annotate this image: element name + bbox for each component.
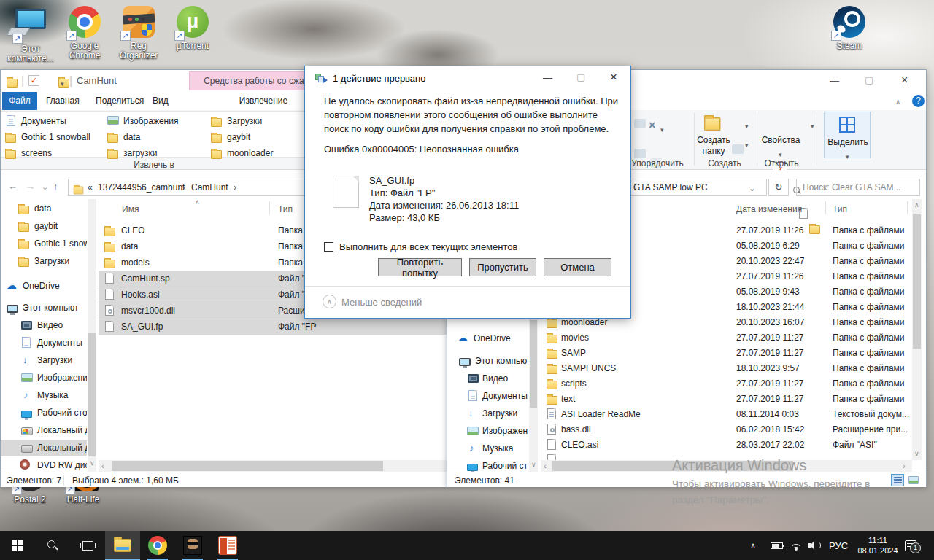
nav-item-data[interactable]: data xyxy=(1,201,87,217)
network-indicator[interactable] xyxy=(790,541,802,551)
taskbar-gta-button[interactable] xyxy=(175,531,210,560)
cancel-button[interactable]: Отмена xyxy=(544,258,611,276)
help-icon[interactable] xyxy=(912,95,925,107)
recent-locations-icon[interactable] xyxy=(42,182,48,191)
nav-item-desktop[interactable]: Рабочий сто xyxy=(447,459,528,472)
skip-button[interactable]: Пропустить xyxy=(469,258,536,276)
extract-target[interactable]: gaybit xyxy=(211,131,306,144)
taskbar-explorer-button[interactable] xyxy=(105,531,140,560)
task-view-button[interactable] xyxy=(70,531,105,560)
file-row[interactable]: ASI Loader ReadMe08.11.2014 0:03Текстовы… xyxy=(542,407,911,422)
column-type[interactable]: Тип xyxy=(833,204,847,214)
desktop-icon-steam[interactable]: Steam xyxy=(823,6,876,51)
extract-target[interactable]: Изображения xyxy=(107,115,206,128)
new-folder-icon[interactable] xyxy=(704,114,723,129)
scrollbar-thumb[interactable] xyxy=(88,332,96,456)
nav-item-music[interactable]: Музыка xyxy=(1,388,87,404)
new-item-icon[interactable] xyxy=(732,144,744,154)
nav-item-downloads[interactable]: Загрузки xyxy=(447,406,528,422)
qat-customize-icon[interactable] xyxy=(61,77,64,88)
search-box[interactable]: Поиск: Clear GTA SAM... xyxy=(796,179,920,196)
refresh-button[interactable] xyxy=(768,179,789,196)
up-icon[interactable] xyxy=(53,182,58,191)
forward-icon[interactable] xyxy=(26,182,35,191)
vertical-scrollbar[interactable] xyxy=(912,199,922,460)
scrollbar-thumb[interactable] xyxy=(913,214,921,349)
desktop-icon-chrome[interactable]: Google Chrome xyxy=(58,6,111,61)
battery-indicator[interactable] xyxy=(771,531,783,560)
extract-target[interactable]: Загрузки xyxy=(211,115,306,128)
maximize-icon[interactable] xyxy=(865,75,873,85)
horizontal-scrollbar[interactable] xyxy=(99,460,447,472)
file-row[interactable]: bass.dll06.02.2018 15:42Расширение при..… xyxy=(542,422,911,438)
new-folder-button[interactable]: Создать xyxy=(695,135,732,145)
desktop-icon-reg-organizer[interactable]: Reg Organizer xyxy=(112,6,165,61)
retry-button[interactable]: Повторить попытку xyxy=(378,258,462,276)
scroll-left-icon[interactable] xyxy=(101,462,104,470)
select-button[interactable]: Выделить xyxy=(824,112,871,158)
extract-target[interactable]: screens xyxy=(5,147,104,160)
extract-target[interactable]: Документы xyxy=(5,115,104,128)
volume-indicator[interactable] xyxy=(808,531,820,560)
nav-item-dvd[interactable]: DVD RW дис xyxy=(1,458,87,472)
file-row[interactable]: SAMP27.07.2019 11:27Папка с файлами xyxy=(542,346,911,361)
nav-scrollbar[interactable] xyxy=(88,199,96,472)
tab-home[interactable]: Главная xyxy=(46,96,80,106)
file-row[interactable]: scripts27.07.2019 11:27Папка с файлами xyxy=(542,376,911,392)
apply-to-all-checkbox[interactable] xyxy=(324,242,333,252)
back-icon[interactable] xyxy=(8,182,18,191)
desktop-icon-this-pc[interactable]: Этот компьюте... xyxy=(4,6,57,63)
nav-item-onedrive[interactable]: OneDrive xyxy=(447,331,528,347)
column-name[interactable]: Имя xyxy=(122,204,139,214)
nav-item-local-disk-d[interactable]: Локальный д xyxy=(1,440,87,456)
extract-target[interactable]: moonloader xyxy=(211,147,306,160)
breadcrumb[interactable]: 1372444956_camhunt xyxy=(98,182,185,192)
details-view-button[interactable] xyxy=(891,474,904,486)
nav-item-downloads-folder[interactable]: Загрузки xyxy=(1,254,87,270)
action-center-button[interactable]: 1 xyxy=(905,531,916,560)
column-date[interactable]: Дата изменения xyxy=(736,204,802,214)
minimize-icon[interactable] xyxy=(543,73,552,82)
extract-target[interactable]: Gothic 1 snowball xyxy=(5,131,104,144)
tab-view[interactable]: Вид xyxy=(153,96,169,106)
file-row[interactable]: CLEO.asi28.03.2017 22:02Файл "ASI" xyxy=(542,438,911,453)
scroll-down-icon[interactable] xyxy=(90,460,95,467)
quick-access-check-icon[interactable]: ✓ xyxy=(28,75,39,86)
address-dropdown-icon[interactable] xyxy=(749,183,755,192)
copy-to-icon[interactable] xyxy=(634,149,646,158)
properties-button[interactable]: Свойства xyxy=(758,135,803,145)
nav-item-gothic[interactable]: Gothic 1 snow xyxy=(1,236,87,252)
nav-item-documents[interactable]: Документы xyxy=(447,389,528,405)
search-icon[interactable] xyxy=(792,186,801,195)
extract-target[interactable]: загрузки xyxy=(107,147,206,160)
nav-item-videos[interactable]: Видео xyxy=(1,318,87,334)
overflow-icon[interactable] xyxy=(88,182,93,192)
nav-item-downloads[interactable]: Загрузки xyxy=(1,353,87,369)
scroll-down-icon[interactable] xyxy=(531,462,536,468)
nav-item-videos[interactable]: Видео xyxy=(447,371,528,387)
desktop-icon-utorrent[interactable]: µTorrent xyxy=(166,6,219,51)
tab-extract[interactable]: Извлечение xyxy=(220,96,307,106)
file-row[interactable]: movies27.07.2019 11:27Папка с файлами xyxy=(542,330,911,346)
nav-scrollbar[interactable] xyxy=(529,316,538,472)
new-folder-button-line2[interactable]: папку xyxy=(695,146,732,156)
scrollbar-thumb[interactable] xyxy=(530,320,537,408)
taskbar-chrome-button[interactable] xyxy=(140,531,175,560)
start-button[interactable] xyxy=(0,531,35,560)
clock[interactable]: 11:11 08.01.2024 xyxy=(854,535,902,560)
thumbnails-view-button[interactable] xyxy=(907,474,920,486)
taskbar-powerpoint-button[interactable] xyxy=(210,531,245,560)
scroll-left-icon[interactable] xyxy=(544,462,547,470)
address-text[interactable]: GTA SAMP low PC xyxy=(633,182,708,192)
scroll-down-icon[interactable] xyxy=(914,451,919,457)
extract-target[interactable]: data xyxy=(107,131,206,144)
nav-item-desktop[interactable]: Рабочий сто xyxy=(1,405,87,421)
nav-item-music[interactable]: Музыка xyxy=(447,441,528,457)
tab-file[interactable]: Файл xyxy=(2,92,37,110)
tab-share[interactable]: Поделиться xyxy=(96,96,144,106)
scrollbar-thumb[interactable] xyxy=(112,461,383,471)
file-row[interactable]: SAMPFUNCS18.10.2023 9:57Папка с файлами xyxy=(542,361,911,376)
breadcrumb[interactable]: CamHunt xyxy=(191,182,228,192)
move-to-icon[interactable] xyxy=(634,119,646,128)
ribbon-collapse-icon[interactable] xyxy=(895,98,900,106)
